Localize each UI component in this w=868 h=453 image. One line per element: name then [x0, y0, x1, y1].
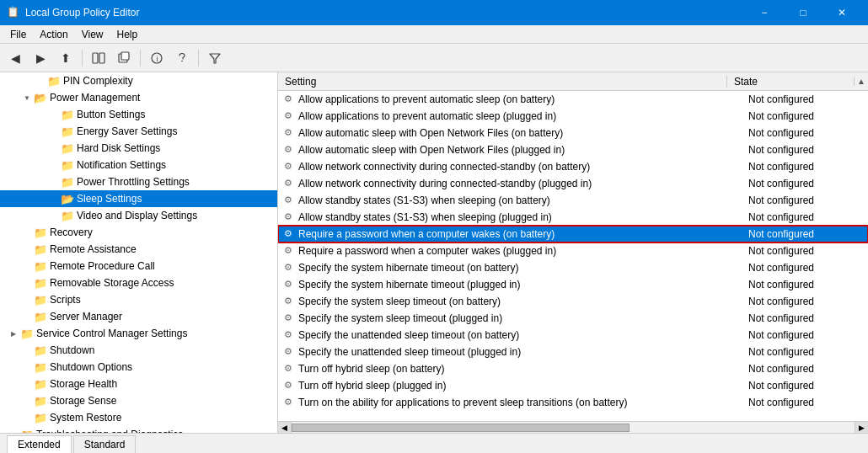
expander-scm[interactable]	[7, 330, 20, 338]
up-button[interactable]: ⬆	[54, 47, 78, 69]
table-row-selected[interactable]: ⚙ Require a password when a computer wak…	[278, 226, 868, 242]
tab-standard[interactable]: Standard	[73, 435, 137, 453]
tree-item-storage-sense[interactable]: 📁 Storage Sense	[0, 392, 277, 409]
help-button[interactable]	[170, 47, 194, 69]
table-row[interactable]: ⚙ Specify the system hibernate timeout (…	[278, 259, 868, 276]
folder-icon: 📁	[34, 277, 47, 290]
setting-icon: ⚙	[281, 211, 295, 222]
table-row[interactable]: ⚙ Turn on the ability for applications t…	[278, 394, 868, 411]
tree-item-shutdown[interactable]: 📁 Shutdown	[0, 342, 277, 359]
menu-view[interactable]: View	[75, 27, 110, 42]
folder-icon: 📁	[61, 210, 74, 222]
tree-label-scripts: Scripts	[50, 294, 81, 306]
table-row[interactable]: ⚙ Specify the unattended sleep timeout (…	[278, 327, 868, 344]
expander-troubleshooting[interactable]	[7, 431, 20, 434]
tree-item-storage-health[interactable]: 📁 Storage Health	[0, 376, 277, 392]
table-row[interactable]: ⚙ Specify the system sleep timeout (plug…	[278, 310, 868, 327]
tree-item-recovery[interactable]: 📁 Recovery	[0, 224, 277, 241]
table-row[interactable]: ⚙ Allow applications to prevent automati…	[278, 108, 868, 125]
tree-item-remote-assistance[interactable]: 📁 Remote Assistance	[0, 241, 277, 258]
table-row[interactable]: ⚙ Specify the system sleep timeout (on b…	[278, 293, 868, 310]
setting-label: Require a password when a computer wakes…	[298, 228, 555, 240]
state-cell: Not configured	[742, 245, 868, 257]
setting-cell: ⚙ Require a password when a computer wak…	[278, 228, 742, 240]
maximize-button[interactable]: □	[784, 0, 822, 25]
scroll-right-button[interactable]: ▶	[855, 422, 868, 434]
table-row[interactable]: ⚙ Specify the system hibernate timeout (…	[278, 276, 868, 293]
table-row[interactable]: ⚙ Turn off hybrid sleep (plugged in) Not…	[278, 377, 868, 394]
filter-button[interactable]	[203, 47, 227, 69]
svg-rect-1	[99, 53, 104, 63]
table-row[interactable]: ⚙ Require a password when a computer wak…	[278, 242, 868, 259]
tree-item-notification[interactable]: 📁 Notification Settings	[0, 157, 277, 173]
tab-extended[interactable]: Extended	[7, 435, 72, 453]
tree-pane[interactable]: 📁 PIN Complexity 📂 Power Management 📁 Bu…	[0, 72, 278, 433]
table-row[interactable]: ⚙ Allow network connectivity during conn…	[278, 175, 868, 192]
tree-label-system-restore: System Restore	[50, 412, 121, 424]
minimize-button[interactable]: −	[745, 0, 784, 25]
forward-button[interactable]: ▶	[29, 47, 52, 69]
close-button[interactable]: ✕	[822, 0, 861, 25]
table-row[interactable]: ⚙ Allow standby states (S1-S3) when slee…	[278, 192, 868, 209]
setting-label: Turn off hybrid sleep (on battery)	[298, 363, 444, 375]
tree-item-power-throttling[interactable]: 📁 Power Throttling Settings	[0, 173, 277, 190]
show-hide-tree-button[interactable]	[87, 47, 110, 69]
tree-item-power-management[interactable]: 📂 Power Management	[0, 89, 277, 106]
tree-item-system-restore[interactable]: 📁 System Restore	[0, 409, 277, 426]
folder-icon: 📁	[34, 344, 47, 357]
tree-item-scripts[interactable]: 📁 Scripts	[0, 291, 277, 308]
scroll-top-button[interactable]: ▲	[854, 77, 868, 86]
tree-item-hard-disk[interactable]: 📁 Hard Disk Settings	[0, 140, 277, 157]
expander-power-management[interactable]	[20, 94, 34, 102]
table-row[interactable]: ⚙ Allow network connectivity during conn…	[278, 158, 868, 175]
horizontal-scrollbar[interactable]: ◀ ▶	[278, 421, 868, 433]
table-row[interactable]: ⚙ Allow automatic sleep with Open Networ…	[278, 141, 868, 158]
setting-cell: ⚙ Allow standby states (S1-S3) when slee…	[278, 195, 742, 206]
table-row[interactable]: ⚙ Specify the unattended sleep timeout (…	[278, 344, 868, 360]
tree-item-remote-procedure-call[interactable]: 📁 Remote Procedure Call	[0, 258, 277, 274]
properties-button[interactable]: i	[145, 47, 169, 69]
tree-item-service-control-manager[interactable]: 📁 Service Control Manager Settings	[0, 325, 277, 342]
tree-item-server-manager[interactable]: 📁 Server Manager	[0, 308, 277, 325]
menu-action[interactable]: Action	[33, 27, 74, 42]
table-row[interactable]: ⚙ Allow standby states (S1-S3) when slee…	[278, 209, 868, 226]
tree-label-sleep-settings: Sleep Settings	[77, 193, 142, 205]
horizontal-scroll-thumb[interactable]	[292, 424, 630, 432]
table-row[interactable]: ⚙ Turn off hybrid sleep (on battery) Not…	[278, 360, 868, 377]
scroll-left-button[interactable]: ◀	[278, 422, 292, 434]
tree-item-troubleshooting[interactable]: 📁 Troubleshooting and Diagnostics	[0, 426, 277, 433]
setting-label: Specify the unattended sleep timeout (on…	[298, 329, 519, 341]
tree-item-button-settings[interactable]: 📁 Button Settings	[0, 106, 277, 123]
tree-item-removable-storage[interactable]: 📁 Removable Storage Access	[0, 274, 277, 291]
tree-item-pin-complexity[interactable]: 📁 PIN Complexity	[0, 72, 277, 89]
tree-item-energy-saver[interactable]: 📁 Energy Saver Settings	[0, 123, 277, 140]
folder-icon: 📁	[34, 243, 47, 256]
setting-icon: ⚙	[281, 195, 295, 205]
state-cell: Not configured	[742, 161, 868, 173]
tree-label-pin-complexity: PIN Complexity	[63, 75, 133, 87]
table-row[interactable]: ⚙ Allow applications to prevent automati…	[278, 91, 868, 108]
state-cell: Not configured	[742, 279, 868, 290]
back-button[interactable]: ◀	[3, 47, 27, 69]
state-cell: Not configured	[742, 195, 868, 206]
folder-icon: 📁	[47, 75, 61, 88]
tree-item-video-display[interactable]: 📁 Video and Display Settings	[0, 207, 277, 224]
svg-rect-3	[121, 52, 129, 60]
svg-rect-0	[93, 53, 98, 63]
toolbar-separator-1	[82, 50, 83, 67]
new-window-button[interactable]	[112, 47, 136, 69]
folder-icon-open: 📂	[61, 193, 74, 205]
setting-cell: ⚙ Specify the system sleep timeout (plug…	[278, 312, 742, 324]
table-row[interactable]: ⚙ Allow automatic sleep with Open Networ…	[278, 125, 868, 141]
tree-label-removable-storage: Removable Storage Access	[50, 277, 174, 289]
folder-icon: 📁	[34, 412, 47, 424]
setting-icon: ⚙	[281, 110, 295, 121]
tree-item-sleep-settings[interactable]: 📂 Sleep Settings	[0, 190, 277, 207]
menu-file[interactable]: File	[3, 27, 33, 42]
tree-label-server-manager: Server Manager	[50, 311, 122, 322]
tree-label-notification: Notification Settings	[77, 159, 166, 171]
menu-help[interactable]: Help	[110, 27, 145, 42]
folder-icon: 📁	[61, 176, 74, 189]
settings-table-body[interactable]: ⚙ Allow applications to prevent automati…	[278, 91, 868, 421]
tree-item-shutdown-options[interactable]: 📁 Shutdown Options	[0, 359, 277, 376]
